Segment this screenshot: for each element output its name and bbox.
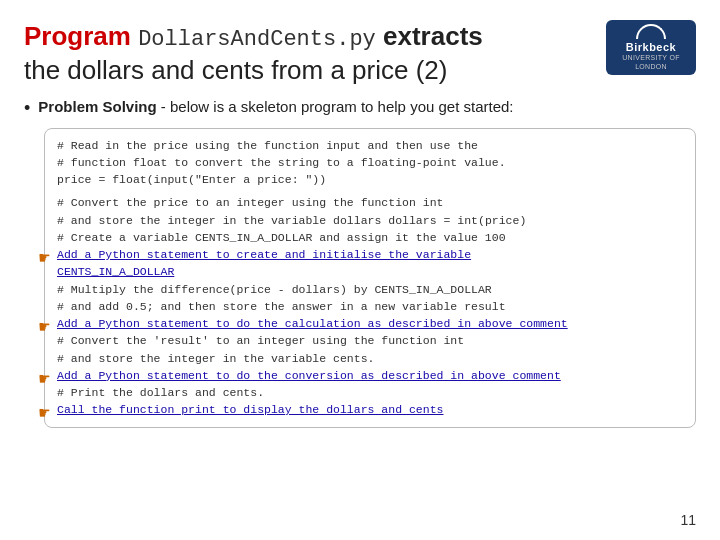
logo-arc	[636, 24, 666, 39]
header: Program DollarsAndCents.py extracts the …	[24, 20, 696, 86]
code-block: # Read in the price using the function i…	[44, 128, 696, 428]
code-line: # Multiply the difference(price - dollar…	[57, 283, 492, 296]
code-section-1: # Read in the price using the function i…	[57, 137, 683, 189]
code-line: # Read in the price using the function i…	[57, 139, 478, 152]
title-line-1: Program DollarsAndCents.py extracts	[24, 20, 594, 54]
link-wrap-3: ☛ Add a Python statement to do the conve…	[57, 367, 683, 384]
logo: Birkbeck UNIVERSITY OF LONDON	[606, 20, 696, 75]
code-line: # Convert the 'result' to an integer usi…	[57, 334, 464, 347]
title-area: Program DollarsAndCents.py extracts the …	[24, 20, 594, 86]
code-line: dollars = int(price)	[388, 214, 526, 227]
bullet-text: Problem Solving - below is a skeleton pr…	[38, 98, 513, 115]
link-1b[interactable]: CENTS_IN_A_DOLLAR	[57, 263, 683, 280]
code-outer: # Read in the price using the function i…	[44, 128, 696, 428]
code-line: # Convert the price to an integer using …	[57, 196, 443, 209]
code-section-5: # Print the dollars and cents.	[57, 384, 683, 401]
link-4[interactable]: Call the function print to display the d…	[57, 401, 683, 418]
code-line: # and add 0.5; and then store the answer…	[57, 300, 506, 313]
code-line: # and store the integer in the variable …	[57, 214, 381, 227]
code-line: # Print the dollars and cents.	[57, 386, 264, 399]
code-section-3: # Multiply the difference(price - dollar…	[57, 281, 683, 316]
arrow-icon-2: ☛	[39, 315, 50, 342]
code-section-4: # Convert the 'result' to an integer usi…	[57, 332, 683, 367]
title-extracts: extracts	[383, 21, 483, 51]
arrow-icon-4: ☛	[39, 401, 50, 428]
title-line-2: the dollars and cents from a price (2)	[24, 54, 594, 87]
slide: Program DollarsAndCents.py extracts the …	[0, 0, 720, 540]
code-line: # and store the integer in the variable …	[57, 352, 374, 365]
code-section-2: # Convert the price to an integer using …	[57, 194, 683, 246]
bullet-item: • Problem Solving - below is a skeleton …	[24, 98, 696, 120]
link-wrap-2: ☛ Add a Python statement to do the calcu…	[57, 315, 683, 332]
bullet-dot: •	[24, 98, 30, 120]
bullet-rest: - below is a skeleton program to help yo…	[157, 98, 514, 115]
link-wrap-1: ☛ Add a Python statement to create and i…	[57, 246, 683, 281]
bullet-section: • Problem Solving - below is a skeleton …	[24, 98, 696, 120]
code-line: price = float(input("Enter a price: "))	[57, 173, 326, 186]
program-label: Program	[24, 21, 131, 51]
link-wrap-4: ☛ Call the function print to display the…	[57, 401, 683, 418]
arrow-icon-1: ☛	[39, 246, 50, 273]
link-2[interactable]: Add a Python statement to do the calcula…	[57, 315, 683, 332]
bullet-label: Problem Solving	[38, 98, 156, 115]
logo-subtitle: UNIVERSITY OF LONDON	[610, 53, 692, 71]
code-line: # Create a variable CENTS_IN_A_DOLLAR an…	[57, 231, 506, 244]
logo-name: Birkbeck	[626, 41, 676, 53]
code-line: # function float to convert the string t…	[57, 156, 506, 169]
arrow-icon-3: ☛	[39, 367, 50, 394]
link-3[interactable]: Add a Python statement to do the convers…	[57, 367, 683, 384]
title-code: DollarsAndCents.py	[138, 27, 376, 52]
link-1a[interactable]: Add a Python statement to create and ini…	[57, 246, 683, 263]
page-number: 11	[680, 512, 696, 528]
